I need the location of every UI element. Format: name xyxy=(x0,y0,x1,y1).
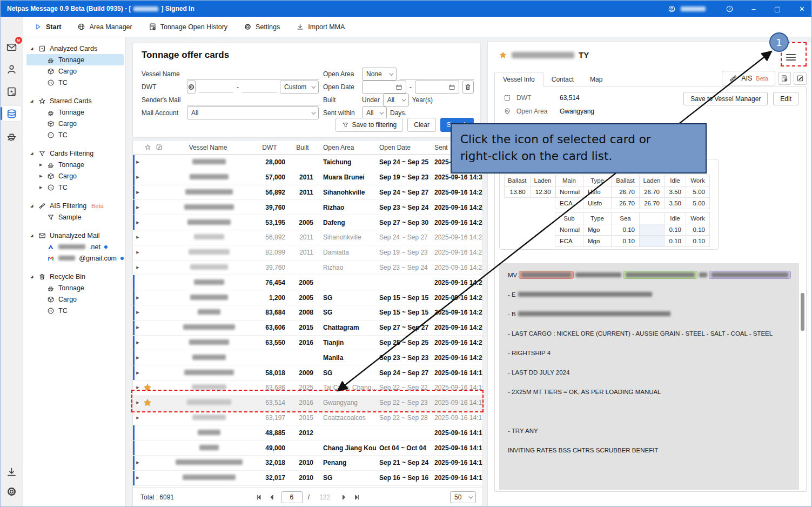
save-to-filtering-button[interactable]: Save to filtering xyxy=(335,118,404,132)
sidebar-item-cargo[interactable]: Cargo xyxy=(26,293,124,305)
column-header-open-area[interactable]: Open Area xyxy=(317,144,379,151)
expand-arrow-icon[interactable]: ▶ xyxy=(133,296,143,300)
table-row[interactable]: 76,45420052025-09-16 14:21 xyxy=(133,275,482,290)
table-row[interactable]: ▶32,0172010SGSep 16 ~ Sep 162025-09-16 1… xyxy=(133,471,482,486)
tab-contact[interactable]: Contact xyxy=(543,72,582,86)
collapse-arrow-icon[interactable]: ◢ xyxy=(30,46,35,51)
rail-item-mail[interactable]: N xyxy=(3,39,21,55)
sidebar-item-cargo[interactable]: Cargo xyxy=(26,65,124,77)
note-column-header[interactable] xyxy=(152,144,165,151)
sidebar-item-gmail-com[interactable]: @gmail.com xyxy=(26,252,124,264)
table-row[interactable]: ▶82,0992011DamiattaSep 19 ~ Sep 232025-0… xyxy=(133,245,482,261)
maximize-button[interactable]: ▢ xyxy=(774,5,781,13)
next-page-icon[interactable] xyxy=(340,493,347,501)
expand-arrow-icon[interactable]: ▶ xyxy=(133,310,143,315)
sidebar-item-cargo[interactable]: Cargo xyxy=(26,118,124,129)
table-row[interactable]: ▶63,1972015CoatzacoalcosSep 22 ~ Sep 282… xyxy=(133,411,482,426)
expand-arrow-icon[interactable]: ▶ xyxy=(133,461,143,465)
card-menu-button[interactable] xyxy=(785,52,797,62)
sidebar-group-header-recycle-bin[interactable]: ◢Recycle Bin xyxy=(23,271,125,282)
expand-arrow-icon[interactable]: ▶ xyxy=(133,235,143,239)
rail-item-contacts[interactable] xyxy=(3,62,21,77)
scrollbar-thumb[interactable] xyxy=(801,293,804,331)
star-icon[interactable] xyxy=(143,383,152,392)
toolbar-start[interactable]: Start xyxy=(34,23,61,31)
sidebar-group-header-unanalyzed-mail[interactable]: ◢Unanalyzed Mail xyxy=(23,230,125,241)
expand-arrow-icon[interactable]: ▶ xyxy=(39,174,43,178)
open-date-from-input[interactable] xyxy=(362,81,406,94)
table-row[interactable]: ▶1,2002005SGSep 15 ~ Sep 152025-09-16 14… xyxy=(133,290,482,305)
sidebar-item-tonnage[interactable]: Tonnage xyxy=(26,54,124,65)
table-row[interactable]: ▶56,8922011SihanohkvilleSep 24 ~ Sep 272… xyxy=(133,230,482,245)
toolbar-import-mma[interactable]: Import MMA xyxy=(296,23,345,31)
vessel-name-input[interactable] xyxy=(187,69,319,79)
expand-arrow-icon[interactable]: ▶ xyxy=(133,221,143,225)
expand-arrow-icon[interactable]: ▶ xyxy=(133,205,143,210)
table-row[interactable]: ▶63,5502016TianjinSep 25 ~ Sep 252025-09… xyxy=(133,336,482,351)
sidebar-item-tonnage[interactable]: Tonnage xyxy=(26,282,124,293)
tab-map[interactable]: Map xyxy=(582,72,610,86)
sidebar-group-header-starred-cards[interactable]: ◢Starred Cards xyxy=(23,95,125,106)
collapse-arrow-icon[interactable]: ◢ xyxy=(30,234,35,238)
toolbar-tonnage-open-history[interactable]: Tonnage Open History xyxy=(149,23,227,31)
column-header-built[interactable]: Built xyxy=(288,144,317,151)
column-header-vessel-name[interactable]: Vessel Name xyxy=(165,144,251,151)
sidebar-group-header-ais-filtering[interactable]: ◢AIS FilteringBeta xyxy=(23,200,125,211)
table-row[interactable]: ▶ManilaSep 23 ~ Sep 232025-09-16 14:20 xyxy=(133,350,482,365)
table-row[interactable]: ▶83,6842008SGSep 15 ~ Sep 152025-09-16 1… xyxy=(133,305,482,321)
close-button[interactable]: ✕ xyxy=(799,5,805,13)
table-row[interactable]: ▶53,1952005DafengSep 27 ~ Sep 302025-09-… xyxy=(133,215,482,230)
open-date-to-input[interactable] xyxy=(415,81,459,94)
dwt-settings-button[interactable] xyxy=(187,81,196,94)
table-row[interactable]: ▶57,0002011Muara BruneiSep 19 ~ Sep 2320… xyxy=(133,170,482,185)
collapse-arrow-icon[interactable]: ◢ xyxy=(30,99,35,103)
table-row[interactable]: ▶28,000TaichungSep 24 ~ Sep 252025-09-16… xyxy=(133,155,482,170)
expand-arrow-icon[interactable]: ▶ xyxy=(133,371,143,375)
sidebar-group-header-analyzed-cards[interactable]: ◢Analyzed Cards xyxy=(23,43,125,54)
minimize-button[interactable]: – xyxy=(752,5,756,13)
ais-button[interactable]: AISBeta xyxy=(722,71,775,85)
sidebar-item-tc[interactable]: TCTC xyxy=(26,77,124,88)
rail-item-cards[interactable] xyxy=(3,106,21,121)
expand-arrow-icon[interactable]: ▶ xyxy=(133,160,143,164)
page-number-input[interactable] xyxy=(281,491,303,503)
mail-account-select[interactable]: All xyxy=(187,106,319,119)
senders-mail-input[interactable] xyxy=(187,95,319,105)
expand-arrow-icon[interactable]: ▶ xyxy=(133,356,143,360)
star-filled-icon[interactable] xyxy=(499,51,507,59)
sidebar-item-sample[interactable]: Sample xyxy=(26,211,124,223)
expand-arrow-icon[interactable]: ▶ xyxy=(133,385,143,390)
edit-button[interactable]: Edit xyxy=(773,92,798,105)
open-area-input[interactable] xyxy=(400,69,474,79)
collapse-arrow-icon[interactable]: ◢ xyxy=(30,204,35,208)
note-button[interactable] xyxy=(794,72,807,85)
dwt-min-input[interactable] xyxy=(199,82,233,92)
rail-item-analyzed-mail[interactable] xyxy=(3,84,21,99)
open-area-select[interactable]: None xyxy=(362,68,397,81)
expand-arrow-icon[interactable]: ▶ xyxy=(133,401,143,405)
table-row[interactable]: ▶56,8922011SihanohkvilleSep 24 ~ Sep 272… xyxy=(133,185,482,201)
column-header-dwt[interactable]: DWT xyxy=(251,144,288,151)
expand-arrow-icon[interactable]: ▶ xyxy=(133,416,143,420)
expand-arrow-icon[interactable]: ▶ xyxy=(133,265,143,270)
clear-button[interactable]: Clear xyxy=(407,118,436,132)
toolbar-settings[interactable]: Settings xyxy=(244,23,280,31)
dwt-max-input[interactable] xyxy=(242,82,277,92)
built-select[interactable]: All xyxy=(383,94,409,106)
rail-item-vessels[interactable] xyxy=(3,128,21,143)
tonnage-history-button[interactable] xyxy=(778,72,791,85)
table-row[interactable]: ▶32,0182010PenangSep 21 ~ Sep 242025-09-… xyxy=(133,456,482,471)
dwt-preset-select[interactable]: Custom xyxy=(280,81,319,94)
table-row[interactable]: ▶39,760RizhaoSep 23 ~ Sep 242025-09-16 1… xyxy=(133,200,482,215)
sidebar-item-cargo[interactable]: ▶Cargo xyxy=(26,170,124,182)
sidebar-item-tonnage[interactable]: ▶Tonnage xyxy=(26,159,124,170)
table-row[interactable]: ▶39,760RizhaoSep 23 ~ Sep 242025-09-16 1… xyxy=(133,261,482,276)
table-row[interactable]: ▶63,6062015ChattagramSep 27 ~ Sep 272025… xyxy=(133,321,482,336)
star-column-header[interactable] xyxy=(143,144,152,151)
tab-vessel-info[interactable]: Vessel Info xyxy=(494,72,543,86)
sidebar-item-tc[interactable]: ▶TCTC xyxy=(26,182,124,193)
sidebar-item-tc[interactable]: TCTC xyxy=(26,305,124,316)
sidebar-item-tc[interactable]: TCTC xyxy=(26,129,124,141)
expand-arrow-icon[interactable]: ▶ xyxy=(133,325,143,330)
toolbar-area-manager[interactable]: Area Manager xyxy=(77,23,132,31)
